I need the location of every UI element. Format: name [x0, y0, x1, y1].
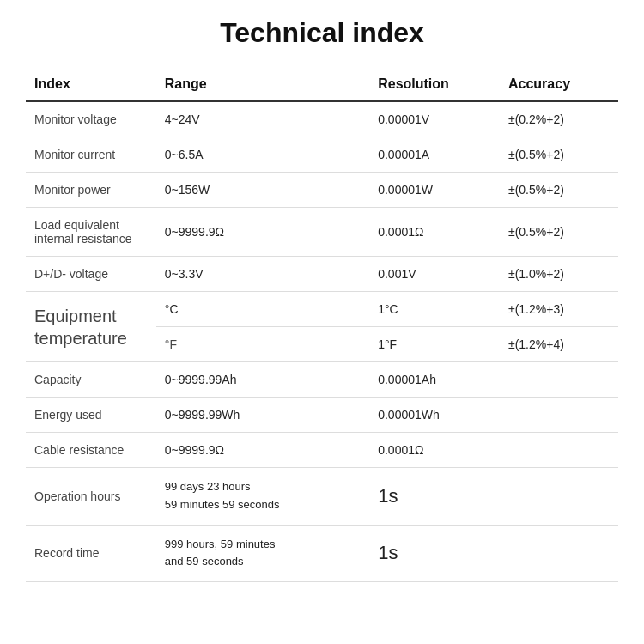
header-resolution: Resolution	[369, 70, 500, 101]
resolution-cell: 0.001V	[369, 257, 500, 292]
range-cell: °C	[156, 292, 369, 327]
table-row: Energy used 0~9999.99Wh 0.00001Wh	[26, 398, 618, 433]
accuracy-cell: ±(0.5%+2)	[500, 137, 618, 173]
index-cell: Load equivalent internal resistance	[26, 208, 156, 257]
accuracy-cell: ±(0.2%+2)	[500, 101, 618, 137]
resolution-cell: 0.0001Ω	[369, 433, 500, 468]
index-cell: Record time	[26, 525, 156, 582]
index-cell: Energy used	[26, 398, 156, 433]
table-row: Operation hours 99 days 23 hours59 minut…	[26, 468, 618, 526]
accuracy-cell	[500, 398, 618, 433]
range-cell: 0~9999.99Ah	[156, 362, 369, 398]
resolution-cell: 1°F	[369, 327, 500, 362]
index-cell: D+/D- voltage	[26, 257, 156, 292]
accuracy-cell: ±(0.5%+2)	[500, 208, 618, 257]
index-cell: Monitor power	[26, 173, 156, 208]
resolution-cell: 0.00001W	[369, 173, 500, 208]
resolution-cell: 1s	[369, 525, 500, 582]
table-header-row: Index Range Resolution Accuracy	[26, 70, 618, 101]
range-cell: 0~6.5A	[156, 137, 369, 173]
accuracy-cell: ±(1.2%+3)	[500, 292, 618, 327]
resolution-cell: 0.00001Ah	[369, 362, 500, 398]
range-cell: 0~3.3V	[156, 257, 369, 292]
accuracy-cell	[500, 525, 618, 582]
header-range: Range	[156, 70, 369, 101]
accuracy-cell: ±(0.5%+2)	[500, 173, 618, 208]
accuracy-cell	[500, 433, 618, 468]
technical-index-table: Index Range Resolution Accuracy Monitor …	[26, 70, 618, 582]
table-row: Record time 999 hours, 59 minutesand 59 …	[26, 525, 618, 582]
header-accuracy: Accuracy	[500, 70, 618, 101]
index-cell: Capacity	[26, 362, 156, 398]
resolution-cell: 0.0001Ω	[369, 208, 500, 257]
range-cell: 0~9999.9Ω	[156, 433, 369, 468]
table-row: D+/D- voltage 0~3.3V 0.001V ±(1.0%+2)	[26, 257, 618, 292]
range-cell: 999 hours, 59 minutesand 59 seconds	[156, 525, 369, 582]
range-cell: °F	[156, 327, 369, 362]
range-cell: 0~9999.99Wh	[156, 398, 369, 433]
range-cell: 0~9999.9Ω	[156, 208, 369, 257]
accuracy-cell	[500, 468, 618, 526]
index-cell: Monitor current	[26, 137, 156, 173]
accuracy-cell	[500, 362, 618, 398]
table-row: Load equivalent internal resistance 0~99…	[26, 208, 618, 257]
table-row: Monitor voltage 4~24V 0.00001V ±(0.2%+2)	[26, 101, 618, 137]
accuracy-cell: ±(1.0%+2)	[500, 257, 618, 292]
index-cell: Cable resistance	[26, 433, 156, 468]
table-row: Capacity 0~9999.99Ah 0.00001Ah	[26, 362, 618, 398]
resolution-cell: 0.00001V	[369, 101, 500, 137]
resolution-cell: 1s	[369, 468, 500, 526]
resolution-cell: 0.00001A	[369, 137, 500, 173]
index-cell: Equipmenttemperature	[26, 292, 156, 362]
index-cell: Monitor voltage	[26, 101, 156, 137]
table-row: Monitor current 0~6.5A 0.00001A ±(0.5%+2…	[26, 137, 618, 173]
range-cell: 99 days 23 hours59 minutes 59 seconds	[156, 468, 369, 526]
resolution-cell: 1°C	[369, 292, 500, 327]
index-cell: Operation hours	[26, 468, 156, 526]
accuracy-cell: ±(1.2%+4)	[500, 327, 618, 362]
resolution-cell: 0.00001Wh	[369, 398, 500, 433]
range-cell: 4~24V	[156, 101, 369, 137]
range-cell: 0~156W	[156, 173, 369, 208]
table-row: Equipmenttemperature °C 1°C ±(1.2%+3)	[26, 292, 618, 327]
header-index: Index	[26, 70, 156, 101]
table-row: Cable resistance 0~9999.9Ω 0.0001Ω	[26, 433, 618, 468]
table-row: Monitor power 0~156W 0.00001W ±(0.5%+2)	[26, 173, 618, 208]
page-title: Technical index	[26, 17, 618, 49]
